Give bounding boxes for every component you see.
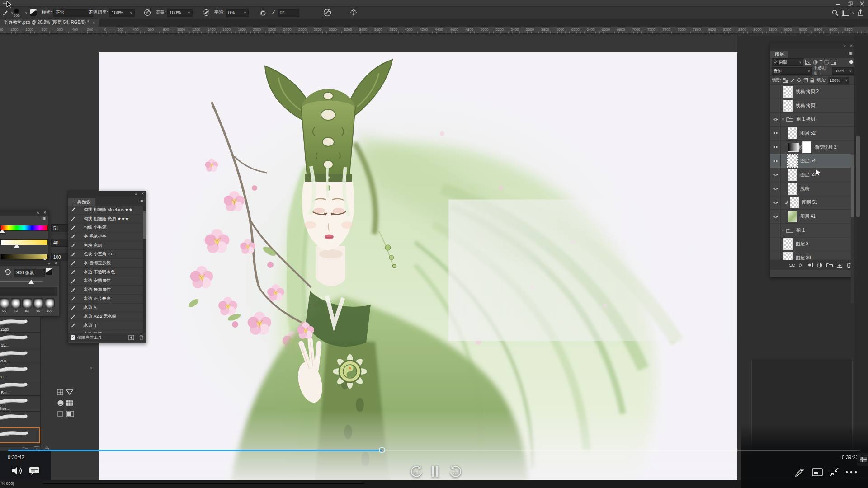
brush-search-field[interactable] — [0, 287, 57, 296]
layer-mask-thumbnail[interactable] — [802, 141, 811, 153]
tool-presets-scrollbar[interactable] — [143, 206, 146, 333]
layer-filter-select[interactable]: 类型∨ — [772, 58, 803, 66]
hue-value[interactable]: 51 — [51, 224, 68, 232]
layer-thumbnail[interactable] — [783, 238, 793, 250]
panel-menu-icon[interactable]: ≡ — [849, 51, 852, 56]
opacity-dropdown[interactable]: 100%∨ — [109, 9, 135, 17]
menu-item[interactable] — [24, 3, 32, 4]
layer-row[interactable]: 图层 52 — [770, 127, 855, 141]
layer-fill-select[interactable]: 100%∨ — [828, 77, 849, 84]
collapse-panel-icon[interactable]: « — [843, 43, 846, 49]
visibility-toggle[interactable] — [770, 85, 781, 99]
layer-row[interactable]: 线稿 拷贝 — [770, 99, 855, 113]
hue-slider-handle[interactable] — [0, 229, 5, 233]
sphere-icon[interactable] — [57, 399, 66, 407]
layer-row[interactable]: 渐变映射 2 — [770, 141, 855, 155]
brush-list-item[interactable]: 12 — [0, 427, 40, 443]
more-options-icon[interactable] — [845, 471, 857, 474]
menu-item[interactable] — [32, 3, 39, 4]
pattern-icon[interactable] — [57, 389, 66, 395]
visibility-toggle[interactable] — [770, 251, 781, 260]
collapse-panel-icon[interactable]: « — [37, 210, 39, 216]
swatch-icon[interactable] — [57, 411, 66, 417]
layer-row[interactable]: ∨ 组 1 拷贝 — [770, 113, 855, 127]
restore-icon[interactable] — [848, 1, 853, 6]
saturation-slider[interactable] — [0, 239, 48, 245]
notes-pencil-icon[interactable] — [795, 467, 805, 477]
filter-adjustment-layers-icon[interactable] — [813, 60, 818, 65]
menu-item[interactable] — [68, 3, 75, 4]
tool-preset-item[interactable]: 色块 小三角 2.0 — [68, 250, 146, 259]
tool-preset-item[interactable]: 水边 叠加属性 — [68, 286, 146, 295]
lock-transparency-icon[interactable] — [783, 78, 788, 83]
layer-thumbnail[interactable] — [788, 183, 797, 195]
brush-tip-preset[interactable]: 100 — [44, 298, 55, 313]
symmetry-butterfly-icon[interactable] — [349, 7, 358, 19]
menu-item[interactable] — [61, 3, 68, 4]
link-layers-icon[interactable] — [789, 263, 795, 267]
add-mask-icon[interactable] — [807, 263, 813, 267]
saturation-value[interactable]: 40 — [51, 239, 68, 247]
layer-thumbnail[interactable] — [788, 211, 797, 222]
tool-preset-item[interactable]: 水边 安插属性 — [68, 277, 146, 286]
layers-scrollbar[interactable] — [851, 154, 854, 303]
lock-pixels-icon[interactable] — [790, 78, 795, 83]
visibility-toggle[interactable] — [770, 127, 781, 140]
filter-smart-objects-icon[interactable] — [831, 60, 836, 65]
filter-pixel-layers-icon[interactable] — [805, 60, 811, 65]
pip-icon[interactable] — [812, 468, 823, 476]
tool-preset-item[interactable]: 水边 A — [68, 304, 146, 313]
airbrush-icon[interactable] — [203, 7, 210, 19]
visibility-toggle[interactable] — [770, 196, 781, 210]
filter-shape-layers-icon[interactable] — [824, 60, 829, 65]
menu-item[interactable] — [53, 3, 61, 4]
collapse-dock-icon[interactable]: « — [90, 365, 92, 371]
visibility-toggle[interactable] — [770, 238, 781, 251]
layer-thumbnail[interactable] — [783, 86, 793, 98]
menu-item[interactable] — [75, 3, 82, 4]
layers-tab[interactable]: 图层 — [770, 51, 788, 58]
brightness-slider[interactable] — [0, 254, 48, 260]
visibility-toggle[interactable] — [770, 141, 781, 154]
tool-preset-item[interactable]: 字 毛笔小字 — [68, 232, 146, 241]
flow-dropdown[interactable]: 100%∨ — [167, 9, 193, 17]
tool-preset-picker[interactable]: ∨ — [2, 7, 14, 19]
lock-position-icon[interactable] — [797, 78, 802, 83]
brush-size-preview[interactable]: 500 — [14, 7, 19, 19]
close-panel-icon[interactable]: × — [850, 43, 853, 49]
layer-row[interactable]: ＞ 组 1 — [770, 224, 855, 238]
menu-item[interactable] — [3, 3, 10, 4]
share-icon[interactable] — [857, 7, 864, 19]
grid-icon[interactable] — [66, 400, 75, 406]
smoothing-gear-icon[interactable] — [259, 7, 266, 19]
tool-preset-item[interactable]: 水边 干 — [68, 321, 146, 330]
layer-thumbnail[interactable] — [788, 155, 797, 167]
search-icon[interactable] — [832, 7, 839, 19]
brush-list-item[interactable]: et Geauche - 125px — [0, 317, 40, 333]
visibility-toggle[interactable] — [770, 182, 781, 196]
document-tab[interactable]: 半身教学.psb @ 20.8% (图层 54, RGB/8) * × — [0, 19, 99, 27]
visibility-toggle[interactable] — [770, 99, 781, 113]
tool-preset-item[interactable]: 水边 正片叠底 — [68, 295, 146, 304]
exit-fullscreen-icon[interactable] — [829, 467, 839, 477]
pen-pressure-icon[interactable] — [46, 268, 52, 275]
slider-handle[interactable] — [28, 280, 34, 284]
layer-row[interactable]: 图层 39 — [770, 251, 855, 260]
tool-preset-item[interactable]: 水边 不透明水色 — [68, 268, 146, 277]
tool-preset-item[interactable]: 勾线 粗细随 光滑 ★★★ — [68, 215, 146, 224]
layer-thumbnail[interactable] — [788, 143, 799, 152]
panel-menu-icon[interactable]: ≡ — [141, 198, 143, 204]
playback-settings-icon[interactable] — [857, 453, 868, 466]
skip-forward-icon[interactable]: 30 — [448, 465, 463, 479]
visibility-toggle[interactable] — [770, 154, 781, 168]
close-panel-icon[interactable]: × — [54, 261, 57, 266]
tool-preset-item[interactable]: 水 雪绵豆沙般 — [68, 259, 146, 268]
gradient-box-icon[interactable] — [66, 411, 75, 417]
brush-list-item[interactable]: exture - Lighten -... — [0, 364, 40, 380]
collapse-panel-icon[interactable]: « — [134, 191, 137, 197]
visibility-toggle[interactable] — [770, 168, 781, 182]
toggle-brush-settings-icon[interactable] — [30, 7, 37, 19]
brush-tip-preset[interactable]: 60 — [0, 298, 10, 313]
tool-preset-item[interactable]: 水边 猫抓 — [68, 330, 146, 333]
layer-row[interactable]: 线稿 — [770, 182, 855, 196]
